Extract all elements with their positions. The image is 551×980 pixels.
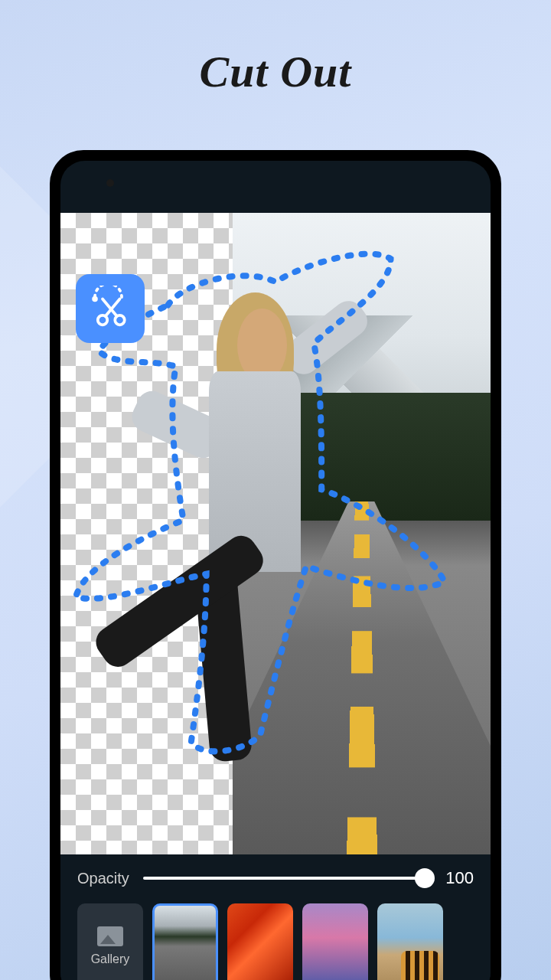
- scissors-icon: [87, 286, 133, 332]
- opacity-slider[interactable]: [143, 877, 425, 880]
- svg-line-3: [106, 299, 120, 317]
- background-thumb-red-canyon[interactable]: [227, 903, 293, 980]
- background-thumb-purple-sunset[interactable]: [302, 903, 368, 980]
- background-thumbnails: Gallery: [77, 903, 474, 980]
- phone-speaker: [106, 179, 114, 187]
- foreground-subject[interactable]: [103, 277, 456, 803]
- background-thumb-mountain-road[interactable]: [152, 903, 218, 980]
- phone-screen: Opacity 100 Gallery: [60, 161, 491, 980]
- gallery-button[interactable]: Gallery: [77, 903, 143, 980]
- svg-line-4: [103, 299, 117, 317]
- slider-thumb[interactable]: [415, 868, 435, 888]
- opacity-control: Opacity 100: [77, 868, 474, 888]
- background-thumb-tiger-beach[interactable]: [377, 903, 443, 980]
- svg-point-0: [92, 296, 98, 302]
- opacity-label: Opacity: [77, 870, 129, 887]
- cutout-tool-button[interactable]: [76, 274, 145, 343]
- gallery-icon: [97, 926, 123, 946]
- page-title: Cut Out: [0, 46, 551, 97]
- gallery-label: Gallery: [91, 952, 130, 966]
- bottom-controls: Opacity 100 Gallery: [60, 854, 491, 980]
- phone-frame: Opacity 100 Gallery: [50, 150, 501, 980]
- opacity-value: 100: [439, 868, 474, 888]
- editing-canvas[interactable]: [60, 213, 491, 854]
